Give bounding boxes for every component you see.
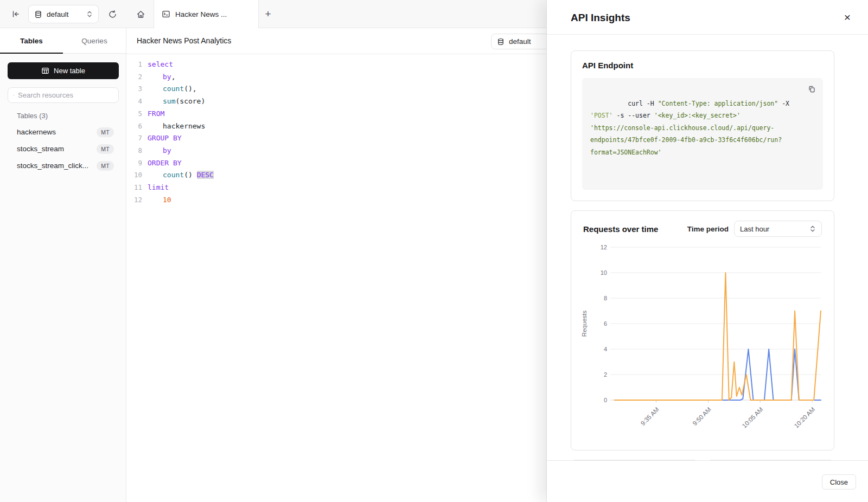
line-number: 7 [126, 132, 142, 145]
sql-token: count [163, 85, 184, 93]
refresh-icon [108, 10, 117, 19]
sql-token: (), [184, 85, 196, 93]
add-tab-button[interactable]: + [260, 6, 276, 22]
table-name: stocks_stream [17, 145, 97, 153]
y-tick-label: 2 [604, 371, 607, 378]
tab-hacker-news[interactable]: Hacker News ... [154, 0, 259, 28]
requests-title: Requests over time [583, 224, 687, 234]
curl-token [741, 112, 744, 119]
curl-code-block: curl -H "Content-Type: application/json"… [582, 78, 823, 190]
x-tick-label: 9:35 AM [640, 406, 660, 427]
line-number: 1 [126, 59, 142, 71]
table-list: hackernewsMTstocks_streamMTstocks_stream… [0, 124, 126, 174]
new-table-button[interactable]: New table [8, 62, 119, 79]
search-icon [13, 92, 14, 99]
api-endpoint-card: API Endpoint curl -H "Content-Type: appl… [571, 50, 834, 201]
collapse-left-icon [11, 10, 20, 18]
code-text: count(), [142, 83, 197, 95]
sql-token: hackernews [163, 122, 205, 130]
curl-token: '<key_id>:<key_secret>' [654, 112, 741, 119]
home-button[interactable] [132, 6, 149, 22]
sql-token: count [163, 171, 184, 179]
sql-token: 10 [163, 196, 171, 204]
sql-token: by [163, 146, 171, 155]
collapse-sidebar-button[interactable] [8, 6, 24, 22]
code-text: hackernews [142, 120, 205, 133]
database-icon [34, 10, 42, 18]
chart-series-series-orange [615, 273, 821, 400]
sql-token: (score) [175, 97, 205, 105]
line-number: 2 [126, 71, 142, 83]
tab-queries[interactable]: Queries [63, 28, 126, 53]
x-tick-label: 10:20 AM [793, 406, 816, 429]
time-period-value: Last hour [740, 225, 806, 233]
sql-token: by [163, 73, 171, 81]
code-text: limit [142, 182, 169, 194]
tab-tables[interactable]: Tables [0, 28, 63, 53]
database-icon [497, 38, 505, 46]
sql-token: FROM [148, 110, 164, 118]
database-select[interactable]: default [28, 5, 99, 23]
line-number: 9 [126, 157, 142, 170]
y-tick-label: 10 [601, 269, 607, 276]
table-list-item[interactable]: hackernewsMT [0, 124, 126, 140]
table-list-item[interactable]: stocks_streamMT [0, 140, 126, 157]
search-input[interactable] [18, 91, 113, 99]
engine-badge: MT [97, 127, 114, 137]
x-tick-label: 9:50 AM [692, 406, 712, 427]
line-number: 4 [126, 95, 142, 108]
line-number: 11 [126, 182, 142, 194]
copy-icon [808, 85, 816, 93]
sidebar-tabs: Tables Queries [0, 28, 126, 54]
code-text: sum(score) [142, 95, 205, 108]
curl-command: curl -H "Content-Type: application/json"… [590, 100, 793, 156]
editor-database-select[interactable]: default [491, 34, 555, 49]
code-text: by, [142, 71, 175, 83]
requests-chart: 0246810129:35 AM9:50 AM10:05 AM10:20 AMR… [579, 240, 826, 446]
close-icon: × [844, 11, 851, 24]
code-text: FROM [142, 108, 164, 120]
close-button[interactable]: Close [822, 474, 856, 490]
curl-token: 'POST' [590, 112, 613, 119]
curl-token: 'https://console-api.clickhouse.cloud/.a… [590, 124, 782, 156]
line-number: 5 [126, 108, 142, 120]
sql-token: , [171, 73, 176, 81]
curl-token: curl -H [628, 100, 658, 107]
time-period-label: Time period [687, 225, 729, 233]
home-icon [136, 10, 145, 19]
sql-token: limit [148, 183, 169, 191]
panel-header: API Insights × [547, 0, 868, 35]
requests-card-header: Requests over time Time period Last hour [579, 221, 826, 237]
y-tick-label: 12 [601, 244, 607, 250]
api-insights-panel: API Insights × API Endpoint curl -H "Con… [547, 0, 868, 502]
requests-over-time-card: Requests over time Time period Last hour… [571, 210, 834, 450]
y-tick-label: 0 [604, 397, 607, 403]
sql-token: DESC [197, 171, 214, 179]
table-list-item[interactable]: stocks_stream_click...MT [0, 157, 126, 174]
new-table-label: New table [54, 67, 85, 75]
x-tick-label: 10:05 AM [741, 406, 764, 429]
sql-token: select [148, 60, 173, 68]
sql-token: ORDER BY [148, 159, 182, 167]
y-axis-label: Requests [581, 310, 588, 337]
sql-token: sum [163, 97, 175, 105]
curl-token: -X [778, 100, 793, 107]
refresh-button[interactable] [104, 6, 120, 22]
api-endpoint-title: API Endpoint [582, 61, 823, 70]
y-tick-label: 8 [604, 295, 607, 301]
chevron-updown-icon [86, 10, 93, 18]
database-select-value: default [47, 10, 82, 18]
clickhouse-console-app: default Tables Queries New table [0, 0, 868, 502]
time-period-select[interactable]: Last hour [734, 221, 822, 237]
code-text: by [142, 145, 171, 157]
copy-button[interactable] [805, 82, 818, 95]
panel-footer: Close [547, 460, 868, 502]
engine-badge: MT [97, 161, 114, 171]
line-number: 6 [126, 120, 142, 133]
table-name: hackernews [17, 128, 97, 136]
close-panel-button[interactable]: × [840, 10, 855, 25]
y-tick-label: 6 [604, 320, 607, 327]
curl-token: -s --user [613, 112, 654, 119]
line-number: 8 [126, 145, 142, 157]
tables-section-label: Tables (3) [17, 112, 48, 120]
